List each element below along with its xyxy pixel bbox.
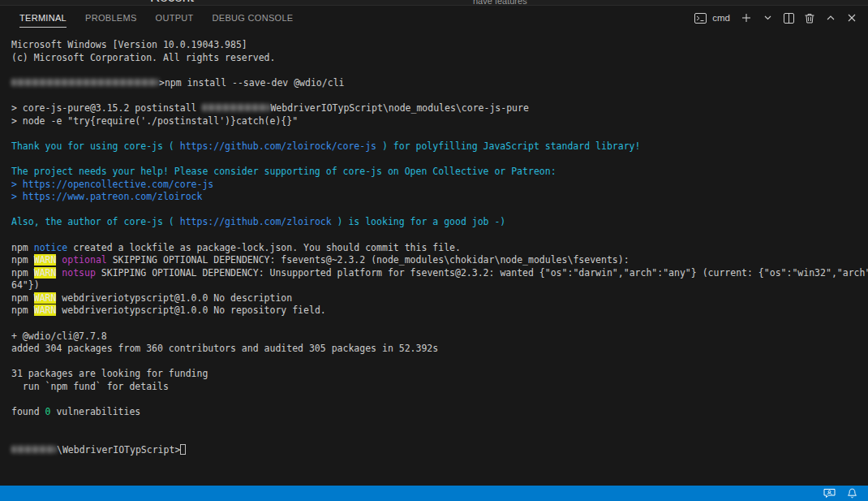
terminal-line xyxy=(11,153,868,166)
terminal-output[interactable]: Microsoft Windows [Version 10.0.19043.98… xyxy=(0,30,868,486)
terminal-line: npm WARN optional SKIPPING OPTIONAL DEPE… xyxy=(11,254,868,267)
redacted-text xyxy=(202,104,270,111)
editor-peek-features-text: have features xyxy=(473,0,527,6)
terminal-text-segment: (c) Microsoft Corporation. All rights re… xyxy=(11,52,275,63)
terminal-text-segment: added 304 packages from 360 contributors… xyxy=(11,343,438,354)
terminal-line xyxy=(11,419,868,432)
terminal-text-segment: 31 packages are looking for funding xyxy=(11,368,208,379)
terminal-line xyxy=(11,394,868,407)
terminal-line: Microsoft Windows [Version 10.0.19043.98… xyxy=(11,39,868,52)
editor-peek-recent-text: Recent xyxy=(150,0,194,6)
terminal-text-segment: Thank you for using core-js ( xyxy=(11,140,180,152)
terminal-text-segment: The project needs your help! Please cons… xyxy=(11,166,562,177)
terminal-text-segment: WARN xyxy=(34,304,57,316)
terminal-line: > core-js-pure@3.15.2 postinstall Webdri… xyxy=(11,102,868,115)
terminal-line xyxy=(11,89,868,102)
editor-peek-strip: Recent have features xyxy=(0,0,868,6)
tab-problems[interactable]: PROBLEMS xyxy=(85,6,137,30)
split-terminal-icon[interactable] xyxy=(780,10,797,26)
kill-terminal-trash-icon[interactable] xyxy=(801,10,818,26)
terminal-text-segment: SKIPPING OPTIONAL DEPENDENCY: Unsupporte… xyxy=(96,267,868,279)
terminal-line: added 304 packages from 360 contributors… xyxy=(11,343,868,356)
terminal-line: (c) Microsoft Corporation. All rights re… xyxy=(11,52,868,65)
terminal-text-segment: > https://opencollective.com/core-js xyxy=(11,179,213,190)
feedback-icon[interactable] xyxy=(819,486,840,501)
terminal-text-segment: WARN xyxy=(34,292,57,304)
terminal-line xyxy=(11,64,868,77)
terminal-text-segment: WARN xyxy=(34,254,57,266)
terminal-text-segment: vulnerabilities xyxy=(50,406,140,417)
terminal-text-segment: + @wdio/cli@7.7.8 xyxy=(11,330,107,342)
terminal-text-segment: SKIPPING OPTIONAL DEPENDENCY: fsevents@~… xyxy=(107,254,630,266)
terminal-icon xyxy=(692,10,708,26)
terminal-text-segment: created a lockfile as package-lock.json.… xyxy=(67,242,461,253)
terminal-line: >npm install --save-dev @wdio/cli xyxy=(11,77,868,90)
terminal-line xyxy=(11,317,868,330)
terminal-line xyxy=(11,431,868,444)
terminal-text-segment: run `npm fund` for details xyxy=(11,381,169,392)
terminal-line xyxy=(11,127,868,140)
terminal-line: npm WARN webdriveriotypscript@1.0.0 No r… xyxy=(11,304,868,317)
terminal-text-segment: > node -e "try{require('./postinstall')}… xyxy=(11,115,298,127)
tab-terminal[interactable]: TERMINAL xyxy=(19,6,67,30)
terminal-text-segment: npm xyxy=(11,292,34,304)
terminal-line: Also, the author of core-js ( https://gi… xyxy=(11,216,868,229)
redacted-text xyxy=(11,79,159,86)
terminal-text-segment: https://github.com/zloirock/core-js xyxy=(180,140,376,152)
terminal-text-segment: webdriveriotypscript@1.0.0 No descriptio… xyxy=(56,292,292,304)
terminal-text-segment: > core-js-pure@3.15.2 postinstall xyxy=(11,102,202,114)
shell-picker[interactable]: cmd xyxy=(692,10,730,26)
terminal-text-segment: Microsoft Windows [Version 10.0.19043.98… xyxy=(11,39,247,50)
panel-tabs: TERMINAL PROBLEMS OUTPUT DEBUG CONSOLE xyxy=(19,6,312,30)
terminal-text-segment: npm xyxy=(11,242,34,253)
terminal-line xyxy=(11,356,868,369)
terminal-line: run `npm fund` for details xyxy=(11,381,868,394)
terminal-text-segment: 64"}) xyxy=(11,279,40,291)
vscode-window: Recent have features TERMINAL PROBLEMS O… xyxy=(0,0,868,501)
terminal-line xyxy=(11,204,868,217)
terminal-text-segment: notice xyxy=(34,242,68,253)
terminal-line: 64"}) xyxy=(11,279,868,292)
terminal-line: Thank you for using core-js ( https://gi… xyxy=(11,140,868,153)
terminal-text-segment: ) is looking for a good job -) xyxy=(332,216,506,227)
terminal-line: > https://www.patreon.com/zloirock xyxy=(11,191,868,204)
terminal-text-segment: webdriveriotypscript@1.0.0 No repository… xyxy=(56,304,325,316)
terminal-line: npm WARN webdriveriotypscript@1.0.0 No d… xyxy=(11,292,868,305)
new-terminal-icon[interactable] xyxy=(738,10,754,26)
terminal-text-segment: found xyxy=(11,406,45,417)
terminal-line: > https://opencollective.com/core-js xyxy=(11,179,868,192)
terminal-text-segment: WebdriverIOTypScript\node_modules\core-j… xyxy=(270,102,529,114)
terminal-line: npm WARN notsup SKIPPING OPTIONAL DEPEND… xyxy=(11,267,868,280)
redacted-text xyxy=(11,446,57,453)
close-panel-icon[interactable] xyxy=(844,10,860,26)
terminal-line: npm notice created a lockfile as package… xyxy=(11,242,868,255)
status-bar xyxy=(0,486,868,501)
terminal-text-segment: \WebdriverIOTypScript> xyxy=(57,444,180,456)
terminal-text-segment: WARN xyxy=(34,267,57,279)
terminal-text-segment: npm xyxy=(11,267,34,279)
terminal-line: > node -e "try{require('./postinstall')}… xyxy=(11,115,868,128)
terminal-line: 31 packages are looking for funding xyxy=(11,368,868,381)
tab-debug-console[interactable]: DEBUG CONSOLE xyxy=(213,6,294,30)
panel-actions: cmd xyxy=(692,10,860,26)
terminal-text-segment: >npm install --save-dev @wdio/cli xyxy=(159,77,344,89)
terminal-dropdown-chevron-icon[interactable] xyxy=(759,10,776,26)
terminal-line: + @wdio/cli@7.7.8 xyxy=(11,330,868,343)
tab-output[interactable]: OUTPUT xyxy=(156,6,194,30)
bell-icon[interactable] xyxy=(843,486,862,501)
maximize-panel-chevron-icon[interactable] xyxy=(823,10,839,26)
terminal-line xyxy=(11,229,868,242)
terminal-text-segment: ) for polyfilling JavaScript standard li… xyxy=(376,140,640,152)
terminal-text-segment: notsup xyxy=(62,267,96,279)
terminal-text-segment: > https://www.patreon.com/zloirock xyxy=(11,191,202,202)
terminal-text-segment: optional xyxy=(62,254,106,266)
terminal-line: \WebdriverIOTypScript> xyxy=(11,444,868,457)
terminal-line: found 0 vulnerabilities xyxy=(11,406,868,419)
terminal-text-segment: https://github.com/zloirock xyxy=(180,216,332,227)
terminal-line: The project needs your help! Please cons… xyxy=(11,166,868,179)
terminal-text-segment: npm xyxy=(11,304,34,316)
terminal-text-segment: Also, the author of core-js ( xyxy=(11,216,180,227)
terminal-cursor xyxy=(180,444,186,455)
panel-header: TERMINAL PROBLEMS OUTPUT DEBUG CONSOLE c… xyxy=(0,6,868,30)
shell-label: cmd xyxy=(712,13,730,23)
